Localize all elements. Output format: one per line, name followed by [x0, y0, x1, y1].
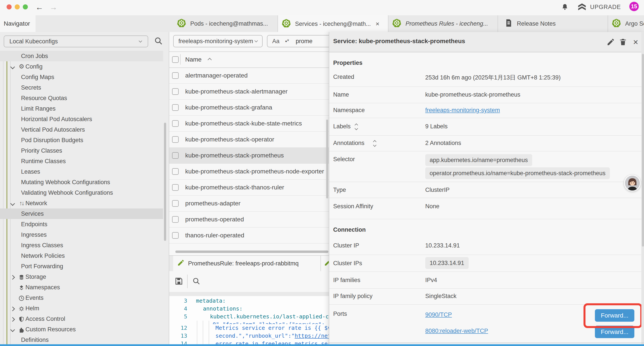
row-checkbox[interactable] [172, 88, 179, 95]
port-link[interactable]: 9090/TCP [425, 311, 452, 318]
match-case-icon[interactable]: Aa [272, 38, 280, 45]
sidebar-item-validating-webhook-configurations[interactable]: Validating Webhook Configurations [0, 187, 163, 198]
sidebar-item-config[interactable]: ⚙Config [0, 61, 163, 72]
chevron-down-icon[interactable] [10, 327, 15, 332]
details-scrollbar[interactable] [641, 32, 644, 346]
minimize-window-button[interactable] [15, 4, 20, 9]
notification-count-badge[interactable]: 15 [629, 2, 639, 11]
sidebar-item-mutating-webhook-configurations[interactable]: Mutating Webhook Configurations [0, 177, 163, 187]
row-checkbox[interactable] [172, 168, 179, 175]
row-checkbox[interactable] [172, 136, 179, 143]
sidebar-item-storage[interactable]: Storage [0, 272, 163, 282]
tab-pods[interactable]: Pods - icecheng@mathmas... [173, 15, 278, 32]
tab-prometheus-rules[interactable]: Prometheus Rules - icecheng... [388, 15, 498, 32]
sidebar-item-endpoints[interactable]: Endpoints [0, 219, 163, 230]
maximize-window-button[interactable] [23, 4, 28, 9]
tab-services-active[interactable]: Services - icecheng@math... × [278, 15, 388, 32]
sidebar-item-custom-resources[interactable]: Custom Resources [0, 324, 163, 335]
chevron-down-icon[interactable] [10, 65, 15, 69]
list-horizontal-scrollbar[interactable] [175, 251, 328, 253]
table-row[interactable]: alertmanager-operated [169, 67, 329, 84]
sidebar-item-namespaces[interactable]: Namespaces [0, 282, 163, 293]
sidebar-item-secrets[interactable]: Secrets [0, 82, 163, 93]
sidebar-scrollbar[interactable] [164, 123, 166, 241]
table-row[interactable]: prometheus-operated [169, 211, 329, 228]
row-checkbox[interactable] [172, 216, 179, 223]
table-row[interactable]: prometheus-adapter [169, 195, 329, 212]
list-search-input[interactable]: Aa ▪* prome [267, 35, 334, 47]
sidebar-item-resource-quotas[interactable]: Resource Quotas [0, 93, 163, 103]
table-row[interactable]: kube-prometheus-stack-operator [169, 131, 329, 148]
runbook-url-link[interactable]: https://net [294, 333, 329, 339]
close-icon[interactable]: × [631, 37, 640, 47]
sidebar-item-ingresses[interactable]: Ingresses [0, 230, 163, 240]
notifications-bell-icon[interactable] [561, 3, 569, 13]
sidebar-item-access-control[interactable]: Access Control [0, 314, 163, 324]
editor-tab-partial[interactable] [321, 256, 329, 271]
chevron-right-icon[interactable] [10, 317, 15, 322]
sidebar-item-runtime-classes[interactable]: Runtime Classes [0, 156, 163, 166]
editor-search-icon[interactable] [192, 277, 201, 287]
sidebar-item-priority-classes[interactable]: Priority Classes [0, 145, 163, 156]
delete-trash-icon[interactable] [618, 37, 628, 47]
table-row[interactable]: kube-prometheus-stack-kube-state-metrics [169, 115, 329, 132]
table-row-selected[interactable]: kube-prometheus-stack-prometheus [169, 147, 329, 164]
row-checkbox[interactable] [172, 120, 179, 127]
column-header-name[interactable]: Name [185, 51, 202, 67]
table-row[interactable]: kube-prometheus-stack-prometheus-node-ex… [169, 163, 329, 180]
sidebar-item-leases[interactable]: Leases [0, 166, 163, 177]
sidebar-item-services[interactable]: Services [0, 209, 163, 219]
row-checkbox[interactable] [172, 184, 179, 191]
sidebar-item-pod-disruption-budgets[interactable]: Pod Disruption Budgets [0, 135, 163, 145]
save-icon[interactable] [174, 276, 184, 288]
row-checkbox[interactable] [172, 232, 179, 239]
table-row[interactable]: kube-prometheus-stack-alertmanager [169, 83, 329, 100]
upgrade-icon[interactable] [577, 2, 587, 14]
regex-icon[interactable]: ▪* [285, 38, 289, 44]
row-checkbox[interactable] [172, 72, 179, 79]
sidebar-item-cron-jobs[interactable]: Cron Jobs [0, 51, 163, 61]
table-row[interactable]: kube-prometheus-stack-grafana [169, 99, 329, 116]
select-all-checkbox[interactable] [172, 56, 179, 63]
row-checkbox[interactable] [172, 200, 179, 207]
namespace-filter-dropdown[interactable]: freeleaps-monitoring-system [173, 35, 262, 47]
search-icon[interactable] [154, 36, 163, 47]
sidebar-item-ingress-classes[interactable]: Ingress Classes [0, 240, 163, 251]
edit-pencil-icon[interactable] [606, 37, 616, 47]
expand-collapse-icon[interactable] [355, 124, 358, 130]
expand-collapse-icon[interactable] [374, 141, 376, 146]
chevron-right-icon[interactable] [10, 307, 15, 311]
sidebar-item-limit-ranges[interactable]: Limit Ranges [0, 103, 163, 114]
sort-ascending-icon[interactable] [208, 58, 212, 62]
forward-arrow-icon[interactable]: → [50, 2, 58, 12]
upgrade-label[interactable]: UPGRADE [590, 4, 621, 10]
sidebar-item-config-maps[interactable]: Config Maps [0, 72, 163, 82]
yaml-editor[interactable]: 3metadata: 4annotations: 5kubectl.kubern… [169, 296, 329, 346]
sidebar-item-definitions[interactable]: Definitions [0, 335, 163, 345]
chevron-right-icon[interactable] [10, 275, 15, 280]
sidebar-item-horizontal-pod-autoscalers[interactable]: Horizontal Pod Autoscalers [0, 114, 163, 124]
chevron-down-icon[interactable] [10, 201, 15, 206]
sidebar-item-helm[interactable]: Helm [0, 303, 163, 314]
port-link[interactable]: 8080:reloader-web/TCP [425, 328, 488, 335]
row-checkbox[interactable] [172, 152, 179, 159]
tab-release-notes[interactable]: Release Notes [498, 15, 608, 32]
user-avatar[interactable] [624, 175, 641, 191]
close-tab-icon[interactable]: × [376, 20, 380, 27]
list-vertical-scrollbar[interactable] [326, 120, 328, 198]
table-row[interactable]: thanos-ruler-operated [169, 227, 329, 244]
kubeconfig-selector[interactable]: Local Kubeconfigs [4, 35, 148, 47]
sidebar-item-network[interactable]: ↑↓Network [0, 198, 163, 209]
back-arrow-icon[interactable]: ← [36, 2, 44, 12]
row-checkbox[interactable] [172, 104, 179, 111]
tab-argo[interactable]: Argo Se [608, 15, 644, 32]
close-window-button[interactable] [6, 4, 12, 9]
sidebar-item-network-policies[interactable]: Network Policies [0, 251, 163, 261]
table-row[interactable]: kube-prometheus-stack-thanos-ruler [169, 179, 329, 196]
tab-navigator[interactable]: Navigator [0, 15, 36, 32]
sidebar-item-events[interactable]: Events [0, 293, 163, 303]
sidebar-item-vertical-pod-autoscalers[interactable]: Vertical Pod Autoscalers [0, 124, 163, 135]
namespace-link[interactable]: freeleaps-monitoring-system [425, 107, 500, 114]
sidebar-item-port-forwarding[interactable]: Port Forwarding [0, 261, 163, 272]
editor-tab-prometheusrule[interactable]: PrometheusRule: freeleaps-prod-rabbitmq [173, 256, 321, 271]
